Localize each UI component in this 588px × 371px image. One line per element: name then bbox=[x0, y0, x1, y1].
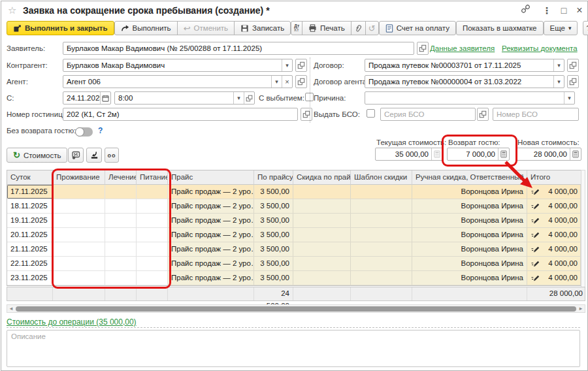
cell[interactable] bbox=[293, 214, 351, 228]
applicant-data-link[interactable]: Данные заявителя bbox=[430, 44, 495, 52]
cell[interactable] bbox=[137, 185, 168, 199]
cell[interactable]: 23.11.2025 bbox=[7, 271, 53, 285]
kebab-menu-icon[interactable]: ⋮ bbox=[540, 4, 554, 17]
col-by-price[interactable]: По прайсу bbox=[254, 170, 293, 185]
cell[interactable]: Прайс продаж — 2 уро… bbox=[168, 185, 254, 199]
document-details-link[interactable]: Реквизиты документа bbox=[502, 44, 578, 52]
col-price[interactable]: Прайс bbox=[168, 170, 254, 185]
cell[interactable] bbox=[105, 214, 137, 228]
history-button[interactable]: ↺ bbox=[365, 21, 379, 35]
cell[interactable] bbox=[53, 199, 105, 214]
cell[interactable] bbox=[105, 199, 137, 214]
agent-contract-dropdown-icon[interactable]: ▾ bbox=[553, 76, 564, 88]
time-dropdown-icon[interactable]: ▾ bbox=[233, 92, 244, 104]
bso-number-input[interactable]: Номер БСО bbox=[493, 108, 579, 121]
cell[interactable]: Воронцова Ирина bbox=[412, 257, 527, 271]
cell[interactable]: 3 500,00 bbox=[254, 185, 293, 199]
cell[interactable]: 4 000,00 bbox=[527, 242, 581, 257]
bso-series-input[interactable]: Серия БСО bbox=[380, 108, 476, 121]
cell[interactable] bbox=[351, 242, 412, 257]
col-meals[interactable]: Питание bbox=[137, 170, 168, 185]
cell[interactable]: 19.11.2025 bbox=[7, 214, 53, 228]
table-row[interactable]: 23.11.2025Прайс продаж — 2 уро…3 500,00В… bbox=[7, 271, 581, 285]
reason-input[interactable]: ▾ bbox=[365, 91, 575, 105]
from-date-input[interactable]: 24.11.2025 bbox=[63, 91, 111, 105]
agent-contract-input[interactable]: Продажа путевок №00000004 от 31.03.2022 … bbox=[365, 75, 564, 88]
cell[interactable] bbox=[293, 257, 351, 271]
cell[interactable] bbox=[137, 271, 168, 285]
no-refund-toggle[interactable] bbox=[75, 127, 93, 137]
room-input[interactable]: 202 (К1, Ст 2м) bbox=[63, 108, 298, 121]
col-manual-discount[interactable]: Ручная скидка, Ответственный bbox=[412, 170, 527, 185]
scroll-right-arrow[interactable]: ▸ bbox=[577, 305, 585, 312]
close-icon[interactable]: × bbox=[572, 4, 587, 17]
cell[interactable] bbox=[293, 242, 351, 257]
table-row[interactable]: 19.11.2025Прайс продаж — 2 уро…3 500,00В… bbox=[7, 214, 581, 228]
no-refund-help-icon[interactable]: ? bbox=[98, 126, 103, 135]
cell[interactable]: 3 500,00 bbox=[254, 242, 293, 257]
print-button[interactable]: Печать bbox=[302, 21, 351, 35]
cell[interactable] bbox=[293, 228, 351, 242]
cell[interactable]: Прайс продаж — 2 уро… bbox=[168, 214, 254, 228]
cell[interactable] bbox=[293, 271, 351, 285]
invoice-button[interactable]: Счет на оплату bbox=[379, 21, 456, 35]
cell[interactable] bbox=[351, 228, 412, 242]
cell[interactable] bbox=[293, 185, 351, 199]
from-time-input[interactable]: 8:00 ▾ bbox=[114, 91, 255, 105]
cell[interactable]: 3 500,00 bbox=[254, 228, 293, 242]
cell[interactable] bbox=[105, 271, 137, 285]
cell[interactable]: Воронцова Ирина bbox=[412, 199, 527, 214]
contract-input[interactable]: Продажа путевок №00003701 от 17.11.2025 … bbox=[365, 59, 564, 72]
cell[interactable] bbox=[105, 185, 137, 199]
room-open-button[interactable] bbox=[301, 108, 312, 121]
cancel-button[interactable]: ↩ Отменить bbox=[177, 21, 235, 35]
execute-and-close-button[interactable]: Выполнить и закрыть bbox=[7, 21, 114, 35]
reason-dropdown-icon[interactable]: ▾ bbox=[564, 92, 574, 104]
contract-dropdown-icon[interactable]: ▾ bbox=[553, 59, 564, 71]
cell[interactable] bbox=[53, 185, 105, 199]
cell[interactable]: Воронцова Ирина bbox=[412, 214, 527, 228]
agent-clear-icon[interactable]: × bbox=[282, 76, 292, 88]
cell[interactable]: 4 000,00 bbox=[527, 271, 581, 285]
maximize-icon[interactable]: □ bbox=[557, 4, 571, 17]
cell[interactable]: Воронцова Ирина bbox=[412, 185, 527, 199]
save-button[interactable]: Записать bbox=[234, 21, 291, 35]
cell[interactable] bbox=[351, 214, 412, 228]
cell[interactable]: 20.11.2025 bbox=[7, 228, 53, 242]
cell[interactable]: Прайс продаж — 2 уро… bbox=[168, 242, 254, 257]
new-cost-input[interactable]: 28 000,00 bbox=[516, 148, 581, 161]
applicant-input[interactable]: Бурлаков Макар Вадимович (№ 25/00288 от … bbox=[63, 42, 414, 55]
table-row[interactable]: 20.11.2025Прайс продаж — 2 уро…3 500,00В… bbox=[7, 228, 581, 242]
cell[interactable]: 4 000,00 bbox=[527, 199, 581, 214]
current-cost-input[interactable]: 35 000,00 bbox=[375, 148, 443, 161]
discounts-button[interactable] bbox=[68, 148, 84, 163]
favorite-star-icon[interactable]: ☆ bbox=[8, 5, 16, 16]
table-row[interactable]: 17.11.2025Прайс продаж — 2 уро…3 500,00В… bbox=[7, 185, 581, 199]
calendar-icon[interactable] bbox=[100, 92, 110, 104]
cell[interactable]: 18.11.2025 bbox=[7, 199, 53, 214]
cell[interactable]: 3 500,00 bbox=[254, 199, 293, 214]
calculator-icon[interactable] bbox=[431, 148, 442, 160]
table-row[interactable]: 22.11.2025Прайс продаж — 2 уро…3 500,00В… bbox=[7, 257, 581, 271]
cell[interactable] bbox=[351, 257, 412, 271]
fill-button[interactable] bbox=[86, 148, 102, 163]
cell[interactable] bbox=[137, 214, 168, 228]
attachments-button[interactable] bbox=[351, 21, 366, 35]
cell[interactable]: 3 500,00 bbox=[254, 257, 293, 271]
dt-kt-button[interactable]: ДтКт bbox=[291, 21, 302, 35]
cell[interactable]: Воронцова Ирина bbox=[412, 242, 527, 257]
cell[interactable]: 4 000,00 bbox=[527, 185, 581, 199]
execute-button[interactable]: Выполнить bbox=[114, 21, 178, 35]
cell[interactable]: 4 000,00 bbox=[527, 214, 581, 228]
cell[interactable] bbox=[137, 242, 168, 257]
cell[interactable]: 3 500,00 bbox=[254, 214, 293, 228]
scroll-left-arrow[interactable]: ◂ bbox=[7, 305, 15, 312]
calculator-icon[interactable] bbox=[498, 148, 509, 160]
agent-dropdown-icon[interactable]: ▾ bbox=[271, 76, 282, 88]
cell[interactable]: Прайс продаж — 2 уро… bbox=[168, 228, 254, 242]
help-button[interactable]: ? bbox=[583, 21, 588, 35]
refund-input[interactable]: 7 000,00 bbox=[447, 148, 510, 161]
cell[interactable] bbox=[53, 271, 105, 285]
cell[interactable]: Воронцова Ирина bbox=[412, 228, 527, 242]
cell[interactable]: 3 500,00 bbox=[254, 271, 293, 285]
